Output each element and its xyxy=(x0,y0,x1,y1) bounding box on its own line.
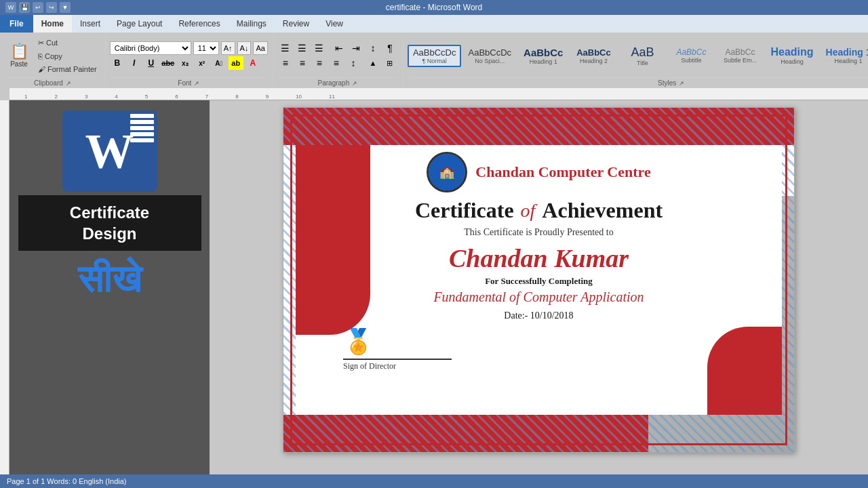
cert-title-part1: Certificate xyxy=(415,198,514,223)
strikethrough-btn[interactable]: abc xyxy=(161,56,176,70)
style-subtle-em[interactable]: AaBbCc Subtle Em... xyxy=(716,45,764,66)
paste-button[interactable]: 📋 Paste xyxy=(5,43,33,69)
style-h2-label: Heading 2 xyxy=(575,58,612,64)
clipboard-expand-icon[interactable]: ↗ xyxy=(66,80,71,87)
tab-view[interactable]: View xyxy=(317,15,351,33)
font-color-btn[interactable]: A xyxy=(245,56,260,70)
cert-design-label: CertificateDesign xyxy=(18,195,201,251)
tab-page-layout[interactable]: Page Layout xyxy=(108,15,170,33)
paragraph-group: ☰ ☰ ☰ ⇤ ⇥ ↕ ¶ ≡ ≡ ≡ ≡ ↕ ▲ ⊞ xyxy=(275,35,403,88)
shading-btn[interactable]: ▲ xyxy=(366,56,380,70)
cut-button[interactable]: ✂ Cut xyxy=(35,37,100,49)
sort-btn[interactable]: ↕ xyxy=(366,41,380,55)
word-icon-btn[interactable]: W xyxy=(5,2,16,13)
style-heading1[interactable]: AaBbCc Heading 1 xyxy=(518,44,568,68)
undo-btn[interactable]: ↩ xyxy=(33,2,43,13)
font-size-select[interactable]: 11 xyxy=(193,41,219,55)
style-no-spacing-preview: AaBbCcDc xyxy=(468,47,511,58)
decrease-indent-btn[interactable]: ⇤ xyxy=(332,41,347,55)
ruler: 1 2 3 4 5 6 7 8 9 10 11 xyxy=(9,88,868,100)
text-effects-btn[interactable]: A⃝ xyxy=(212,56,226,70)
cert-recipient-name: Chandan Kumar xyxy=(449,243,629,273)
tab-references[interactable]: References xyxy=(170,15,228,33)
thumbnail-panel: W CertificateDesign सीखे xyxy=(9,100,210,474)
style-normal[interactable]: AaBbCcDc ¶ Normal xyxy=(408,45,462,67)
ribbon-tabs: File Home Insert Page Layout References … xyxy=(0,15,868,33)
format-painter-button[interactable]: 🖌 Format Painter xyxy=(35,64,100,75)
redo-btn[interactable]: ↪ xyxy=(46,2,57,13)
seekhe-label: सीखे xyxy=(78,258,142,302)
font-label: Font ↗ xyxy=(110,77,268,88)
cert-logo: 🏫 xyxy=(427,152,467,192)
styles-group: AaBbCcDc ¶ Normal AaBbCcDc No Spaci... A… xyxy=(405,35,868,88)
line-spacing-btn[interactable]: ↕ xyxy=(346,56,361,70)
cert-presented-text: This Certificate is Proudly Presented to xyxy=(464,227,613,238)
tab-insert[interactable]: Insert xyxy=(72,15,108,33)
format-painter-icon: 🖌 xyxy=(38,65,45,73)
certificate-page: 🏫 Chandan Computer Centre Certificate of… xyxy=(283,107,795,453)
multilevel-btn[interactable]: ☰ xyxy=(312,41,327,55)
copy-button[interactable]: ⎘ Copy xyxy=(35,51,100,62)
style-subtle-preview: AaBbCc xyxy=(722,47,758,57)
status-text: Page 1 of 1 Words: 0 English (India) xyxy=(7,477,127,485)
highlight-btn[interactable]: ab xyxy=(229,56,243,70)
word-logo: W xyxy=(59,107,161,195)
clear-format-btn[interactable]: Aa xyxy=(253,41,267,55)
styles-expand-icon[interactable]: ↗ xyxy=(679,80,684,87)
title-text: certificate - Microsoft Word xyxy=(386,3,482,12)
content-area: W CertificateDesign सीखे xyxy=(9,100,868,474)
customize-btn[interactable]: ▼ xyxy=(60,2,71,13)
underline-btn[interactable]: U xyxy=(144,56,159,70)
borders-btn[interactable]: ⊞ xyxy=(382,56,397,70)
align-right-btn[interactable]: ≡ xyxy=(312,56,327,70)
style-no-spacing-label: No Spaci... xyxy=(468,58,511,64)
bullets-btn[interactable]: ☰ xyxy=(278,41,293,55)
superscript-btn[interactable]: x² xyxy=(195,56,210,70)
tab-file[interactable]: File xyxy=(0,15,33,33)
numbering-btn[interactable]: ☰ xyxy=(295,41,310,55)
bold-btn[interactable]: B xyxy=(110,56,125,70)
cert-for-text: For Successfully Completing xyxy=(485,276,593,287)
style-heading1b-preview: Heading 1 xyxy=(826,47,868,58)
show-para-btn[interactable]: ¶ xyxy=(382,41,397,55)
cut-label: Cut xyxy=(46,39,58,47)
cert-title: Certificate of Achievement xyxy=(415,198,663,223)
cert-title-part2: Achievement xyxy=(542,198,663,223)
save-btn[interactable]: 💾 xyxy=(19,2,30,13)
align-left-btn[interactable]: ≡ xyxy=(278,56,293,70)
font-group: Calibri (Body) 11 A↑ A↓ Aa B I U abc x₂ … xyxy=(107,35,274,88)
title-bar-controls[interactable]: W 💾 ↩ ↪ ▼ xyxy=(5,2,71,13)
increase-font-btn[interactable]: A↑ xyxy=(221,41,235,55)
clipboard-controls: 📋 Paste ✂ Cut ⎘ Copy 🖌 Format Painter xyxy=(5,35,100,76)
tab-review[interactable]: Review xyxy=(275,15,317,33)
font-controls: Calibri (Body) 11 A↑ A↓ Aa B I U abc x₂ … xyxy=(110,35,268,76)
style-subtitle[interactable]: AaBbCc Subtitle xyxy=(667,45,715,66)
paragraph-controls: ☰ ☰ ☰ ⇤ ⇥ ↕ ¶ ≡ ≡ ≡ ≡ ↕ ▲ ⊞ xyxy=(278,35,397,76)
align-center-btn[interactable]: ≡ xyxy=(295,56,310,70)
cert-signature-line xyxy=(343,359,452,360)
style-title[interactable]: AaB Title xyxy=(618,43,666,69)
styles-controls: AaBbCcDc ¶ Normal AaBbCcDc No Spaci... A… xyxy=(408,35,868,76)
style-no-spacing[interactable]: AaBbCcDc No Spaci... xyxy=(462,45,517,67)
document-area[interactable]: 🏫 Chandan Computer Centre Certificate of… xyxy=(210,100,868,474)
style-heading[interactable]: Heading Heading xyxy=(765,43,818,68)
subscript-btn[interactable]: x₂ xyxy=(178,56,193,70)
style-heading1b[interactable]: Heading 1 Heading 1 xyxy=(821,44,868,67)
decrease-font-btn[interactable]: A↓ xyxy=(237,41,252,55)
style-heading2[interactable]: AaBbCc Heading 2 xyxy=(570,45,617,67)
status-bar: Page 1 of 1 Words: 0 English (India) xyxy=(0,474,868,488)
font-name-select[interactable]: Calibri (Body) xyxy=(110,41,191,55)
format-painter-label: Format Painter xyxy=(47,65,97,73)
clipboard-group: 📋 Paste ✂ Cut ⎘ Copy 🖌 Format Painter C xyxy=(3,35,106,88)
paragraph-expand-icon[interactable]: ↗ xyxy=(352,80,357,87)
italic-btn[interactable]: I xyxy=(127,56,142,70)
tab-home[interactable]: Home xyxy=(33,15,72,33)
increase-indent-btn[interactable]: ⇥ xyxy=(349,41,363,55)
style-heading-label: Heading xyxy=(770,58,813,65)
justify-btn[interactable]: ≡ xyxy=(329,56,344,70)
style-h1-label: Heading 1 xyxy=(524,58,563,65)
font-expand-icon[interactable]: ↗ xyxy=(194,80,199,87)
style-title-label: Title xyxy=(624,60,660,66)
cert-left-shape xyxy=(296,145,370,335)
tab-mailings[interactable]: Mailings xyxy=(229,15,275,33)
